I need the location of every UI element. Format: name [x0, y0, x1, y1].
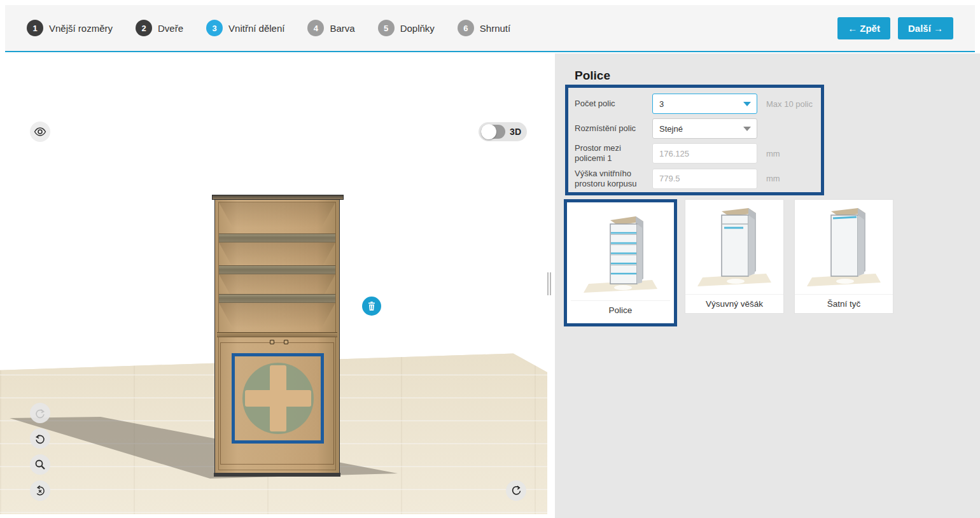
door-handle-right	[284, 340, 288, 344]
toggle-3d[interactable]: 3D	[479, 122, 527, 141]
shelf-1	[219, 234, 335, 242]
chevron-down-icon	[743, 127, 751, 131]
compartment-shade	[219, 303, 335, 328]
step-badge: 2	[136, 20, 152, 36]
shelf-layout-select[interactable]: Stejné	[652, 118, 757, 139]
scene-viewport[interactable]: 3D	[0, 53, 547, 514]
stepper-step-dvere[interactable]: 2 Dveře	[136, 20, 183, 36]
card-label: Výsuvný věšák	[685, 294, 783, 313]
visibility-button[interactable]	[30, 122, 50, 142]
field-vyska-vnitrniho-prostoru: Výška vnitřního prostoru korpusu mm	[575, 169, 815, 190]
card-satni-tyc[interactable]: Šatní tyč	[794, 199, 893, 314]
step-label: Dveře	[158, 23, 183, 34]
field-label: Rozmístění polic	[575, 123, 652, 134]
redo-button[interactable]	[30, 403, 50, 423]
step-badge: 3	[206, 20, 223, 36]
step-badge: 5	[378, 20, 395, 36]
zoom-button[interactable]	[30, 454, 50, 475]
undo-button[interactable]	[30, 428, 50, 449]
field-label: Výška vnitřního prostoru korpusu	[575, 169, 652, 190]
shelf-count-select[interactable]: 3	[652, 94, 757, 114]
step-label: Doplňky	[400, 23, 435, 34]
field-hint: Max 10 polic	[766, 99, 813, 109]
toggle-3d-label: 3D	[510, 127, 521, 137]
back-button[interactable]: ← Zpět	[837, 17, 890, 39]
stepper-step-shrnuti[interactable]: 6 Shrnutí	[458, 20, 510, 36]
shelf-3	[219, 294, 335, 303]
reset-zoom-icon	[34, 485, 46, 496]
reset-view-button[interactable]	[30, 480, 50, 501]
field-prostor-mezi-policemi: Prostor mezi policemi 1 mm	[575, 143, 815, 164]
add-item-dropzone[interactable]	[232, 353, 324, 444]
step-label: Shrnutí	[480, 23, 510, 34]
field-rozmisteni-polic: Rozmístění polic Stejné	[575, 118, 815, 139]
card-label: Šatní tyč	[795, 294, 893, 313]
shelf-gap-input[interactable]	[652, 143, 757, 164]
rotate-button[interactable]	[506, 480, 526, 501]
card-police[interactable]: Police	[571, 206, 670, 319]
stepper: 1 Vnější rozměry 2 Dveře 3 Vnitřní dělen…	[27, 20, 510, 36]
card-label: Police	[571, 300, 670, 319]
inner-height-input[interactable]	[652, 169, 757, 189]
step-label: Barva	[330, 23, 354, 34]
compartment-shade	[219, 202, 335, 228]
shelf-settings-box: Počet polic 3 Max 10 polic Rozmístění po…	[565, 85, 824, 195]
card-police-selected-frame: Police	[564, 199, 677, 326]
step-badge: 1	[27, 20, 43, 36]
field-pocet-polic: Počet polic 3 Max 10 polic	[575, 94, 815, 114]
magnifier-icon	[34, 459, 46, 470]
wardrobe-divider	[217, 332, 337, 337]
stepper-step-barva[interactable]: 4 Barva	[307, 20, 354, 36]
stepper-step-doplnky[interactable]: 5 Doplňky	[378, 20, 435, 36]
stepper-step-vnitrni-deleni[interactable]: 3 Vnitřní dělení	[206, 20, 284, 36]
stepper-header: 1 Vnější rozměry 2 Dveře 3 Vnitřní dělen…	[5, 5, 975, 52]
field-label: Prostor mezi policemi 1	[575, 143, 652, 164]
wardrobe-model[interactable]	[214, 198, 340, 474]
trash-icon	[367, 302, 376, 311]
panel-resizer-handle[interactable]	[546, 272, 552, 295]
next-button[interactable]: Další →	[898, 17, 953, 39]
toggle-3d-knob	[481, 124, 496, 139]
settings-panel: Police Počet polic 3 Max 10 polic Rozmís…	[555, 53, 980, 518]
undo-icon	[34, 433, 46, 444]
delete-section-button[interactable]	[362, 297, 381, 316]
plus-icon	[242, 363, 314, 434]
chevron-down-icon	[743, 102, 751, 106]
door-handle-left	[270, 340, 274, 344]
configurator-app: 1 Vnější rozměry 2 Dveře 3 Vnitřní dělen…	[0, 0, 980, 518]
unit-label: mm	[766, 174, 780, 183]
wardrobe-base	[214, 473, 340, 477]
field-label: Počet polic	[575, 99, 652, 109]
step-label: Vnitřní dělení	[228, 23, 284, 34]
panel-title: Police	[575, 69, 610, 83]
card-thumbnail-satni-tyc	[795, 200, 893, 294]
redo-icon	[34, 407, 46, 419]
header-buttons: ← Zpět Další →	[837, 17, 953, 39]
insert-type-cards: Police Výsuvný věšák	[564, 199, 904, 326]
stepper-step-vnejsi-rozmery[interactable]: 1 Vnější rozměry	[27, 20, 113, 36]
toggle-3d-track	[481, 125, 505, 139]
step-label: Vnější rozměry	[49, 23, 113, 34]
rotate-icon	[511, 486, 522, 496]
shelf-2	[219, 265, 335, 274]
card-vysuvny-vesak[interactable]: Výsuvný věšák	[685, 199, 784, 314]
card-thumbnail-police	[571, 206, 670, 300]
compartment-shade	[219, 242, 335, 268]
unit-label: mm	[766, 149, 780, 158]
eye-icon	[34, 127, 46, 136]
step-badge: 4	[307, 20, 324, 36]
wardrobe-top-cap	[212, 195, 344, 200]
card-thumbnail-vysuvny-vesak	[685, 200, 783, 294]
step-badge: 6	[458, 20, 474, 36]
